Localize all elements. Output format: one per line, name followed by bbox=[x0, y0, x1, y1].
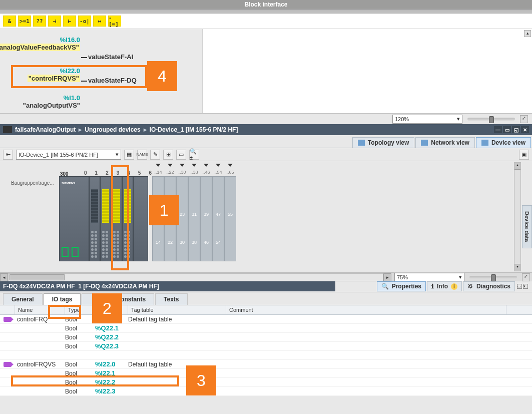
slot-col[interactable]: ..302330 bbox=[176, 176, 188, 261]
expand-btn[interactable]: ▾ bbox=[523, 284, 528, 289]
tab-diagnostics[interactable]: ⛭Diagnostics bbox=[463, 281, 515, 291]
tb-btn-3[interactable]: ✎ bbox=[150, 150, 160, 160]
scroll-up-btn[interactable]: ▴ bbox=[524, 30, 531, 37]
info-badge-icon: i bbox=[451, 283, 457, 290]
tab-info[interactable]: ℹInfoi bbox=[427, 281, 462, 291]
table-row[interactable]: Bool%Q22.2 bbox=[0, 333, 532, 342]
tb-btn-4[interactable]: ⊞ bbox=[163, 150, 173, 160]
module-slot-5[interactable] bbox=[133, 176, 148, 261]
fbd-toolbar: & >=1 ?? ⊣ ⊢ -o| ↦ -[=] bbox=[0, 14, 532, 29]
device-view-canvas[interactable]: Baugruppenträge... 300 0123456 SIEMENS .… bbox=[0, 161, 532, 272]
scroll-right-icon[interactable]: ▸ bbox=[383, 273, 391, 281]
slot-col[interactable]: ..544754 bbox=[212, 176, 224, 261]
tool-box[interactable]: -[=] bbox=[108, 16, 121, 27]
table-row[interactable] bbox=[0, 351, 532, 360]
tb-btn-1[interactable]: ▦ bbox=[124, 150, 134, 160]
bc-root[interactable]: failsafeAnalogOutput bbox=[15, 126, 76, 133]
subtab-sysconst[interactable]: constants bbox=[82, 293, 154, 305]
bc-leaf[interactable]: IO-Device_1 [IM 155-6 PN/2 HF] bbox=[150, 126, 238, 133]
bc-mid[interactable]: Ungrouped devices bbox=[85, 126, 140, 133]
chevron-right-icon: ▸ bbox=[144, 126, 147, 133]
zoom-level-editor[interactable]: 120%▾ bbox=[392, 115, 462, 124]
scroll-down-icon[interactable]: ▾ bbox=[514, 264, 520, 271]
expand-icon[interactable]: ⤢ bbox=[520, 115, 528, 123]
device-toolbar: ⇤ IO-Device_1 [IM 155-6 PN/2 HF]▾ ▦ NAME… bbox=[0, 148, 532, 161]
module-title: F-DQ 4x24VDC/2A PM HF_1 [F-DQ 4x24VDC/2A… bbox=[0, 281, 335, 291]
slot-col[interactable]: ..14714 bbox=[152, 176, 164, 261]
subtab-general[interactable]: General bbox=[3, 293, 43, 305]
tag3-symbol[interactable]: "analogOutputVS" bbox=[23, 102, 80, 109]
tab-properties[interactable]: 🔍Properties bbox=[377, 281, 426, 291]
tab-topology-view[interactable]: Topology view bbox=[352, 137, 414, 148]
grid-header: Name Type Address Tag table Comment bbox=[0, 305, 532, 315]
module-slot-1[interactable] bbox=[89, 176, 100, 261]
zoom-slider-editor[interactable] bbox=[467, 118, 515, 121]
tb-btn-right[interactable]: ▣ bbox=[519, 150, 529, 160]
tool-contact2[interactable]: ⊢ bbox=[63, 16, 76, 27]
table-row[interactable]: Bool%Q22.1 bbox=[0, 324, 532, 333]
module-slot-4[interactable] bbox=[122, 176, 133, 261]
side-tab-device-data[interactable]: Device data bbox=[522, 205, 532, 248]
slot-col[interactable]: ..383138 bbox=[188, 176, 200, 261]
vscroll[interactable]: ▴ ▾ bbox=[514, 162, 521, 271]
slot-col[interactable]: ..221522 bbox=[164, 176, 176, 261]
module-slot-2[interactable] bbox=[100, 176, 111, 261]
device-selector[interactable]: IO-Device_1 [IM 155-6 PN/2 HF]▾ bbox=[16, 150, 121, 160]
block-interface-title: Block interface bbox=[0, 0, 532, 10]
hscroll-thumb[interactable] bbox=[10, 274, 65, 280]
close-button[interactable]: ✕ bbox=[521, 126, 529, 133]
tool-and[interactable]: & bbox=[3, 16, 16, 27]
tool-ge1[interactable]: >=1 bbox=[18, 16, 31, 27]
module-im[interactable]: SIEMENS bbox=[59, 176, 89, 261]
tb-btn-5[interactable]: ▭ bbox=[176, 150, 186, 160]
editor-canvas[interactable]: %I16.0 "analogValueFeedbackVS" valueStat… bbox=[0, 29, 203, 113]
tag2-symbol[interactable]: "controlFRQVS" bbox=[28, 75, 80, 82]
hscroll-device[interactable]: ◂ ▸ 75%▾ ⤢ bbox=[0, 272, 532, 281]
tag1-symbol[interactable]: "analogValueFeedbackVS" bbox=[0, 44, 80, 51]
tool-branch[interactable]: ↦ bbox=[93, 16, 106, 27]
tb-btn-2[interactable]: NAME bbox=[137, 150, 147, 160]
module-slot-3[interactable] bbox=[111, 176, 122, 261]
rack-label: Baugruppenträge... bbox=[11, 180, 54, 186]
col-name[interactable]: Name bbox=[15, 305, 65, 314]
slot-col[interactable]: ..6555 bbox=[224, 176, 236, 261]
minimize-button[interactable]: — bbox=[494, 126, 502, 133]
table-row[interactable]: Bool%I22.2 bbox=[0, 378, 532, 387]
tag2-address: %I22.0 bbox=[28, 67, 80, 75]
table-row[interactable]: Bool%Q22.3 bbox=[0, 342, 532, 351]
tool-unknown[interactable]: ?? bbox=[33, 16, 46, 27]
tab-device-view[interactable]: Device view bbox=[476, 137, 531, 148]
window-button[interactable]: ▭ bbox=[503, 126, 511, 133]
zoom-slider-device[interactable] bbox=[469, 276, 517, 279]
tool-coil[interactable]: -o| bbox=[78, 16, 91, 27]
zoom-level-device[interactable]: 75%▾ bbox=[394, 273, 464, 282]
separator bbox=[0, 10, 532, 14]
block-editor[interactable]: %I16.0 "analogValueFeedbackVS" valueStat… bbox=[0, 29, 532, 113]
grid-body[interactable]: controlFRQBool%Q22.0Default tag tableBoo… bbox=[0, 315, 532, 396]
subtab-iotags[interactable]: IO tags bbox=[44, 293, 81, 305]
col-comment[interactable]: Comment bbox=[226, 305, 506, 314]
zoom-in-btn[interactable]: 🔍 ± bbox=[189, 150, 199, 160]
table-row[interactable]: Bool%I22.1 bbox=[0, 369, 532, 378]
tab-network-view[interactable]: Network view bbox=[415, 137, 475, 148]
expand-icon[interactable]: ⤢ bbox=[522, 273, 530, 281]
maximize-button[interactable]: ◱ bbox=[512, 126, 520, 133]
nav-back-button[interactable]: ⇤ bbox=[3, 150, 13, 160]
table-row[interactable]: controlFRQBool%Q22.0Default tag table bbox=[0, 315, 532, 324]
properties-icon: 🔍 bbox=[381, 283, 389, 290]
hscroll-track[interactable] bbox=[8, 273, 383, 281]
table-row[interactable]: Bool%I22.3 bbox=[0, 387, 532, 396]
col-tagtable[interactable]: Tag table bbox=[128, 305, 226, 314]
slot-col[interactable]: ..463946 bbox=[200, 176, 212, 261]
rack[interactable]: SIEMENS ..14714 ..221522 ..302330 ..3831… bbox=[59, 176, 236, 261]
collapse-btn[interactable]: ▭ bbox=[517, 284, 522, 289]
col-type[interactable]: Type bbox=[65, 305, 95, 314]
table-row[interactable]: controlFRQVSBool%I22.0Default tag table bbox=[0, 360, 532, 369]
tag-icon bbox=[4, 362, 12, 367]
col-address[interactable]: Address bbox=[95, 305, 128, 314]
subtab-texts[interactable]: Texts bbox=[155, 293, 187, 305]
col-icon[interactable] bbox=[0, 305, 15, 314]
scroll-up-icon[interactable]: ▴ bbox=[514, 163, 520, 170]
tool-contact[interactable]: ⊣ bbox=[48, 16, 61, 27]
scroll-left-icon[interactable]: ◂ bbox=[0, 273, 8, 281]
